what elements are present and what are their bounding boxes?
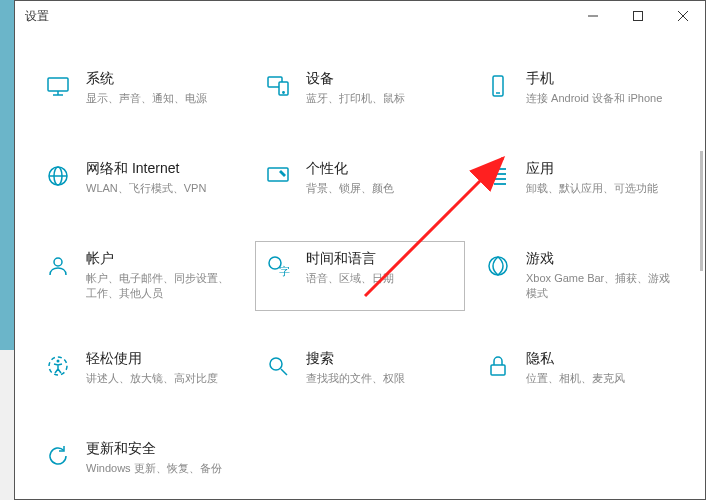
svg-line-31 bbox=[281, 369, 287, 375]
tile-desc: 蓝牙、打印机、鼠标 bbox=[306, 91, 456, 106]
tile-text: 应用卸载、默认应用、可选功能 bbox=[526, 160, 676, 196]
tile-desc: Xbox Game Bar、捕获、游戏模式 bbox=[526, 271, 676, 302]
tile-title: 时间和语言 bbox=[306, 250, 456, 268]
titlebar: 设置 bbox=[15, 1, 705, 31]
update-icon bbox=[44, 442, 72, 470]
scrollbar[interactable] bbox=[700, 151, 703, 271]
time-icon: 字 bbox=[264, 252, 292, 280]
minimize-button[interactable] bbox=[570, 1, 615, 31]
tile-desc: 讲述人、放大镜、高对比度 bbox=[86, 371, 236, 386]
tile-text: 网络和 InternetWLAN、飞行模式、VPN bbox=[86, 160, 236, 196]
tile-desc: 连接 Android 设备和 iPhone bbox=[526, 91, 676, 106]
tile-text: 游戏Xbox Game Bar、捕获、游戏模式 bbox=[526, 250, 676, 302]
svg-point-27 bbox=[489, 257, 507, 275]
tile-text: 系统显示、声音、通知、电源 bbox=[86, 70, 236, 106]
window-title: 设置 bbox=[25, 8, 49, 25]
settings-tile-accounts[interactable]: 帐户帐户、电子邮件、同步设置、工作、其他人员 bbox=[35, 241, 245, 311]
apps-icon bbox=[484, 162, 512, 190]
svg-point-30 bbox=[270, 358, 282, 370]
settings-tile-privacy[interactable]: 隐私位置、相机、麦克风 bbox=[475, 341, 685, 401]
settings-tile-update[interactable]: 更新和安全Windows 更新、恢复、备份 bbox=[35, 431, 245, 491]
privacy-icon bbox=[484, 352, 512, 380]
tile-title: 应用 bbox=[526, 160, 676, 178]
settings-grid: 系统显示、声音、通知、电源设备蓝牙、打印机、鼠标手机连接 Android 设备和… bbox=[35, 61, 685, 491]
tile-title: 更新和安全 bbox=[86, 440, 236, 458]
tile-desc: 位置、相机、麦克风 bbox=[526, 371, 676, 386]
system-icon bbox=[44, 72, 72, 100]
tile-desc: 卸载、默认应用、可选功能 bbox=[526, 181, 676, 196]
tile-title: 网络和 Internet bbox=[86, 160, 236, 178]
settings-content: 系统显示、声音、通知、电源设备蓝牙、打印机、鼠标手机连接 Android 设备和… bbox=[15, 31, 705, 499]
settings-tile-time[interactable]: 字时间和语言语音、区域、日期 bbox=[255, 241, 465, 311]
window-controls bbox=[570, 1, 705, 31]
maximize-button[interactable] bbox=[615, 1, 660, 31]
tile-desc: 背景、锁屏、颜色 bbox=[306, 181, 456, 196]
svg-rect-1 bbox=[633, 12, 642, 21]
close-button[interactable] bbox=[660, 1, 705, 31]
network-icon bbox=[44, 162, 72, 190]
settings-tile-network[interactable]: 网络和 InternetWLAN、飞行模式、VPN bbox=[35, 151, 245, 211]
svg-text:字: 字 bbox=[279, 265, 290, 277]
settings-tile-system[interactable]: 系统显示、声音、通知、电源 bbox=[35, 61, 245, 121]
tile-text: 帐户帐户、电子邮件、同步设置、工作、其他人员 bbox=[86, 250, 236, 302]
tile-desc: 查找我的文件、权限 bbox=[306, 371, 456, 386]
svg-point-29 bbox=[57, 359, 60, 362]
tile-text: 隐私位置、相机、麦克风 bbox=[526, 350, 676, 386]
tile-text: 个性化背景、锁屏、颜色 bbox=[306, 160, 456, 196]
tile-text: 更新和安全Windows 更新、恢复、备份 bbox=[86, 440, 236, 476]
tile-title: 手机 bbox=[526, 70, 676, 88]
settings-tile-search[interactable]: 搜索查找我的文件、权限 bbox=[255, 341, 465, 401]
tile-title: 搜索 bbox=[306, 350, 456, 368]
settings-tile-gaming[interactable]: 游戏Xbox Game Bar、捕获、游戏模式 bbox=[475, 241, 685, 311]
tile-title: 设备 bbox=[306, 70, 456, 88]
tile-desc: 语音、区域、日期 bbox=[306, 271, 456, 286]
svg-point-9 bbox=[283, 92, 284, 93]
ease-icon bbox=[44, 352, 72, 380]
tile-text: 搜索查找我的文件、权限 bbox=[306, 350, 456, 386]
tile-text: 轻松使用讲述人、放大镜、高对比度 bbox=[86, 350, 236, 386]
settings-tile-phone[interactable]: 手机连接 Android 设备和 iPhone bbox=[475, 61, 685, 121]
tile-title: 系统 bbox=[86, 70, 236, 88]
tile-title: 游戏 bbox=[526, 250, 676, 268]
settings-window: 设置 系统显示、声音、通知、电源设备蓝牙、打印机、鼠标手机连接 Android … bbox=[14, 0, 706, 500]
search-icon bbox=[264, 352, 292, 380]
tile-title: 轻松使用 bbox=[86, 350, 236, 368]
tile-desc: 帐户、电子邮件、同步设置、工作、其他人员 bbox=[86, 271, 236, 302]
svg-point-24 bbox=[54, 258, 62, 266]
svg-rect-32 bbox=[491, 365, 505, 375]
tile-desc: 显示、声音、通知、电源 bbox=[86, 91, 236, 106]
phone-icon bbox=[484, 72, 512, 100]
gaming-icon bbox=[484, 252, 512, 280]
svg-rect-4 bbox=[48, 78, 68, 91]
devices-icon bbox=[264, 72, 292, 100]
settings-tile-devices[interactable]: 设备蓝牙、打印机、鼠标 bbox=[255, 61, 465, 121]
desktop-sliver bbox=[0, 0, 14, 500]
tile-text: 手机连接 Android 设备和 iPhone bbox=[526, 70, 676, 106]
settings-tile-apps[interactable]: 应用卸载、默认应用、可选功能 bbox=[475, 151, 685, 211]
tile-text: 设备蓝牙、打印机、鼠标 bbox=[306, 70, 456, 106]
tile-title: 帐户 bbox=[86, 250, 236, 268]
personalize-icon bbox=[264, 162, 292, 190]
tile-text: 时间和语言语音、区域、日期 bbox=[306, 250, 456, 286]
tile-desc: WLAN、飞行模式、VPN bbox=[86, 181, 236, 196]
tile-title: 隐私 bbox=[526, 350, 676, 368]
settings-tile-personalize[interactable]: 个性化背景、锁屏、颜色 bbox=[255, 151, 465, 211]
settings-tile-ease[interactable]: 轻松使用讲述人、放大镜、高对比度 bbox=[35, 341, 245, 401]
tile-desc: Windows 更新、恢复、备份 bbox=[86, 461, 236, 476]
accounts-icon bbox=[44, 252, 72, 280]
tile-title: 个性化 bbox=[306, 160, 456, 178]
